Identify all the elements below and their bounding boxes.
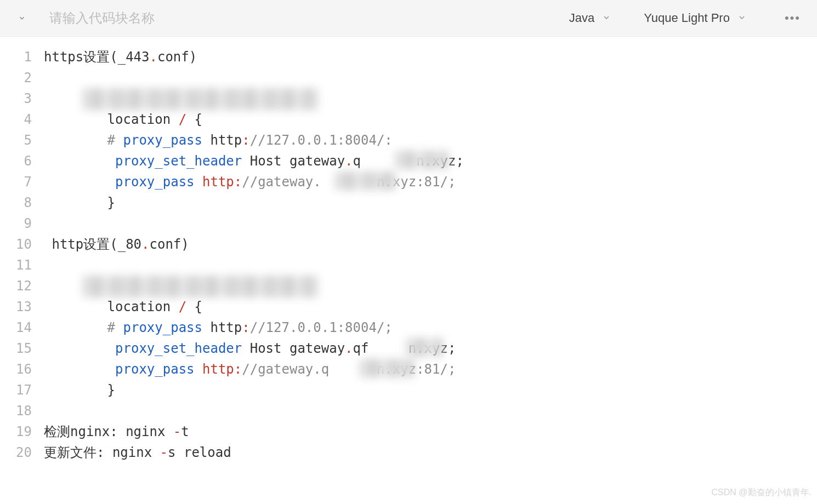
- code-token: https设置: [44, 49, 110, 65]
- line-number: 15: [0, 338, 32, 359]
- code-token: [44, 133, 107, 148]
- code-line[interactable]: proxy_pass http://gateway. n.xyz:81/;: [44, 171, 817, 192]
- code-token: 检测nginx: nginx: [44, 424, 173, 439]
- code-token: -: [173, 424, 181, 439]
- code-token: :: [242, 133, 249, 148]
- chevron-down-icon: [737, 11, 746, 25]
- redacted-region: [406, 338, 443, 357]
- redacted-region: [82, 276, 318, 297]
- line-number: 6: [0, 151, 32, 171]
- code-line[interactable]: http设置(_80.conf): [44, 234, 817, 255]
- redacted-region: [395, 151, 449, 169]
- code-area[interactable]: https设置(_443.conf) location / { # proxy_…: [44, 47, 817, 463]
- code-editor[interactable]: 1234567891011121314151617181920 https设置(…: [0, 37, 817, 463]
- code-line[interactable]: https设置(_443.conf): [44, 47, 817, 67]
- code-token: 更新文件: nginx: [44, 445, 160, 460]
- line-number: 8: [0, 192, 32, 213]
- code-token: :: [242, 320, 249, 335]
- line-number: 17: [0, 380, 32, 400]
- code-line[interactable]: [44, 67, 817, 88]
- line-number: 13: [0, 296, 32, 317]
- line-number: 4: [0, 109, 32, 130]
- chevron-down-icon: [602, 11, 611, 25]
- line-number: 20: [0, 442, 32, 463]
- code-line[interactable]: proxy_pass http://gateway.q n.xyz:81/;: [44, 359, 817, 380]
- code-token: (_443: [110, 49, 149, 65]
- code-token: //127.0.0.1:8004/:: [250, 133, 393, 148]
- code-line[interactable]: }: [44, 380, 817, 400]
- language-label: Java: [569, 11, 594, 25]
- line-number: 12: [0, 276, 32, 296]
- code-token: //127.0.0.1:8004/;: [250, 320, 393, 335]
- code-token: Host gateway: [242, 153, 345, 169]
- code-token: .: [345, 341, 353, 356]
- code-token: proxy_pass: [115, 362, 195, 377]
- code-token: {: [186, 112, 202, 127]
- code-line[interactable]: }: [44, 192, 817, 213]
- code-line[interactable]: 更新文件: nginx -s reload: [44, 442, 817, 463]
- code-line[interactable]: [44, 255, 817, 276]
- code-block-name-input[interactable]: [33, 10, 569, 26]
- language-selector[interactable]: Java: [569, 11, 611, 25]
- code-token: [44, 153, 115, 169]
- code-token: #: [107, 133, 123, 148]
- line-number: 1: [0, 47, 32, 67]
- code-token: /: [179, 112, 186, 127]
- code-token: }: [44, 195, 115, 210]
- code-line[interactable]: location / {: [44, 296, 817, 317]
- watermark: CSDN @勤奋的小镇青年.: [712, 487, 812, 499]
- code-line[interactable]: [44, 88, 817, 109]
- line-number: 14: [0, 317, 32, 338]
- line-number: 3: [0, 88, 32, 109]
- code-token: Host gateway: [242, 341, 345, 356]
- code-line[interactable]: 检测nginx: nginx -t: [44, 421, 817, 442]
- code-token: /: [179, 299, 186, 314]
- code-token: proxy_pass: [123, 320, 203, 335]
- code-token: -: [160, 445, 168, 460]
- code-token: conf): [157, 49, 197, 65]
- code-line[interactable]: [44, 276, 817, 296]
- line-number: 7: [0, 171, 32, 192]
- code-token: .: [141, 237, 149, 252]
- code-token: :: [234, 174, 242, 190]
- code-line[interactable]: proxy_set_header Host gateway.qf n.xyz;: [44, 338, 817, 359]
- code-token: http设置: [44, 237, 110, 252]
- line-number: 11: [0, 255, 32, 276]
- code-token: http: [202, 174, 234, 190]
- code-token: [44, 174, 115, 190]
- more-menu[interactable]: •••: [779, 11, 806, 25]
- ellipsis-icon: •••: [785, 11, 801, 25]
- code-token: proxy_pass: [115, 174, 195, 190]
- redacted-region: [334, 171, 398, 190]
- code-line[interactable]: [44, 213, 817, 234]
- line-number: 16: [0, 359, 32, 380]
- code-token: .: [150, 49, 157, 65]
- collapse-toggle[interactable]: [11, 14, 33, 22]
- code-token: .: [345, 153, 353, 169]
- line-number: 5: [0, 130, 32, 151]
- code-token: s reload: [168, 445, 231, 460]
- line-number: 9: [0, 213, 32, 234]
- code-token: [44, 320, 107, 335]
- code-line[interactable]: proxy_set_header Host gateway.q n.xyz;: [44, 151, 817, 171]
- line-number: 19: [0, 421, 32, 442]
- theme-label: Yuque Light Pro: [644, 11, 730, 25]
- code-token: proxy_set_header: [115, 153, 242, 169]
- code-token: http: [202, 133, 242, 148]
- redacted-region: [359, 359, 414, 377]
- code-line[interactable]: [44, 400, 817, 421]
- code-token: location: [44, 299, 179, 314]
- line-number: 10: [0, 234, 32, 255]
- code-token: }: [44, 382, 115, 398]
- code-token: //gateway.q n.xyz:81/;: [242, 362, 456, 377]
- toolbar: Java Yuque Light Pro •••: [0, 0, 817, 37]
- code-token: [195, 362, 202, 377]
- theme-selector[interactable]: Yuque Light Pro: [644, 11, 746, 25]
- code-token: location: [44, 112, 179, 127]
- code-line[interactable]: location / {: [44, 109, 817, 130]
- line-number: 2: [0, 67, 32, 88]
- code-token: proxy_pass: [123, 133, 203, 148]
- code-line[interactable]: # proxy_pass http://127.0.0.1:8004/;: [44, 317, 817, 338]
- code-line[interactable]: # proxy_pass http://127.0.0.1:8004/:: [44, 130, 817, 151]
- code-token: #: [107, 320, 123, 335]
